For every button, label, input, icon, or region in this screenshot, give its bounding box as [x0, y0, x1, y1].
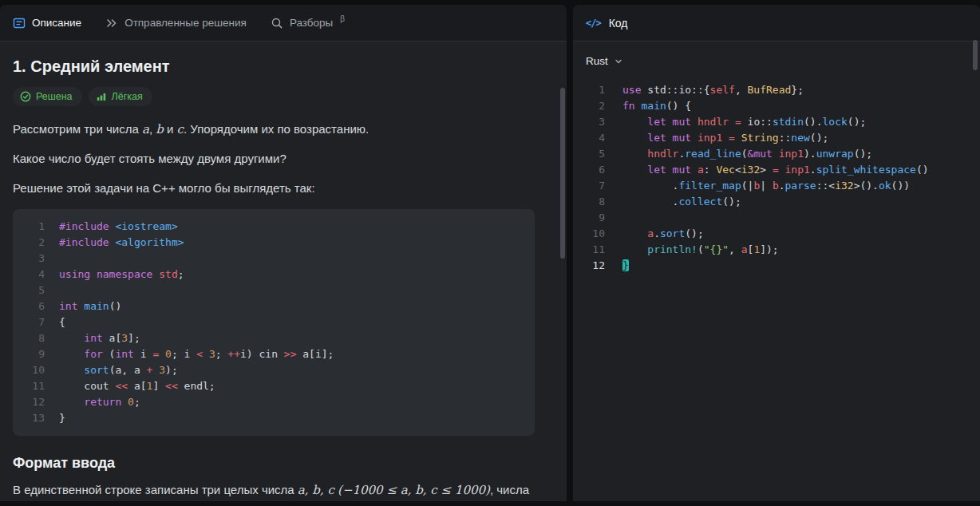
code-line: 8 .collect(); [573, 194, 980, 210]
code-line: 5 [26, 283, 522, 298]
tab-analysis[interactable]: Разборы β [271, 5, 345, 41]
code-line: 7{ [26, 314, 522, 330]
tab-label: Описание [32, 17, 81, 29]
code-line: 6int main() [26, 298, 522, 314]
code-line: 12 return 0; [26, 394, 522, 410]
code-editor[interactable]: 1use std::io::{self, BufRead};2fn main()… [573, 77, 980, 501]
problem-title: 1. Средний элемент [13, 57, 544, 76]
code-line: 8 int a[3]; [26, 330, 522, 346]
statement-paragraph: Рассмотрим три числа a, b и c. Упорядочи… [13, 121, 544, 138]
double-chevron-icon [105, 17, 118, 30]
code-line: 9 for (int i = 0; i < 3; ++i) cin >> a[i… [26, 346, 522, 362]
language-value: Rust [586, 55, 608, 67]
code-line: 1#include <iostream> [26, 219, 522, 235]
code-line: 10 a.sort(); [573, 226, 980, 242]
problem-tabs: Описание Отправленные решения Разборы β [0, 5, 567, 42]
document-icon [13, 17, 26, 30]
code-line: 2#include <algorithm> [26, 235, 522, 251]
code-line: 3 let mut hndlr = io::stdin().lock(); [573, 114, 980, 130]
input-format-heading: Формат ввода [13, 455, 544, 472]
code-line: 11 println!("{}", a[1]); [573, 242, 980, 258]
difficulty-badge-label: Лёгкая [112, 91, 143, 102]
code-line: 5 hndlr.read_line(&mut inp1).unwrap(); [573, 146, 980, 162]
code-line: 10 sort(a, a + 3); [26, 362, 522, 378]
tab-description[interactable]: Описание [13, 5, 81, 41]
code-line: 13} [26, 410, 522, 426]
statement-paragraph: Какое число будет стоять между двумя дру… [13, 150, 544, 168]
code-line: 7 .filter_map(|b| b.parse::<i32>().ok()) [573, 178, 980, 194]
input-format-paragraph: В единственной строке записаны три целых… [13, 481, 544, 501]
solved-badge: Решена [13, 87, 82, 106]
code-panel-title: Код [609, 17, 628, 30]
tab-submissions[interactable]: Отправленные решения [105, 5, 247, 41]
code-line: 12} [573, 258, 980, 274]
chevron-down-icon [614, 57, 623, 66]
signal-bars-icon [96, 91, 107, 102]
check-circle-icon [20, 91, 31, 102]
code-line: 11 cout << a[1] << endl; [26, 378, 522, 394]
language-select[interactable]: Rust [586, 55, 623, 67]
cpp-code-sample: 1#include <iostream>2#include <algorithm… [13, 209, 535, 436]
right-scrollbar-thumb[interactable] [973, 40, 978, 70]
code-line: 2fn main() { [573, 98, 980, 114]
left-scrollbar-thumb[interactable] [560, 88, 565, 259]
language-row: Rust [573, 42, 980, 77]
code-line: 6 let mut a: Vec<i32> = inp1.split_white… [573, 162, 980, 178]
code-line: 9 [573, 210, 980, 226]
code-panel: </> Код Rust 1use std::io::{self, BufRea… [573, 5, 980, 501]
app: Описание Отправленные решения Разборы β … [0, 0, 980, 501]
code-panel-header: </> Код [573, 5, 980, 42]
tab-label: Отправленные решения [124, 17, 247, 29]
code-line: 4using namespace std; [26, 267, 522, 283]
badge-row: Решена Лёгкая [13, 87, 544, 106]
problem-content[interactable]: 1. Средний элемент Решена Лёгкая [0, 42, 567, 501]
code-line: 4 let mut inp1 = String::new(); [573, 130, 980, 146]
magnifier-icon [271, 17, 283, 30]
statement-paragraph: Решение этой задачи на C++ могло бы выгл… [13, 180, 544, 197]
code-line: 1use std::io::{self, BufRead}; [573, 82, 980, 98]
problem-panel: Описание Отправленные решения Разборы β … [0, 5, 567, 501]
tab-label: Разборы [290, 17, 333, 29]
beta-superscript: β [340, 14, 345, 23]
solved-badge-label: Решена [36, 91, 73, 102]
difficulty-badge: Лёгкая [89, 87, 152, 106]
code-slash-icon: </> [586, 18, 601, 29]
code-line: 3 [26, 251, 522, 267]
